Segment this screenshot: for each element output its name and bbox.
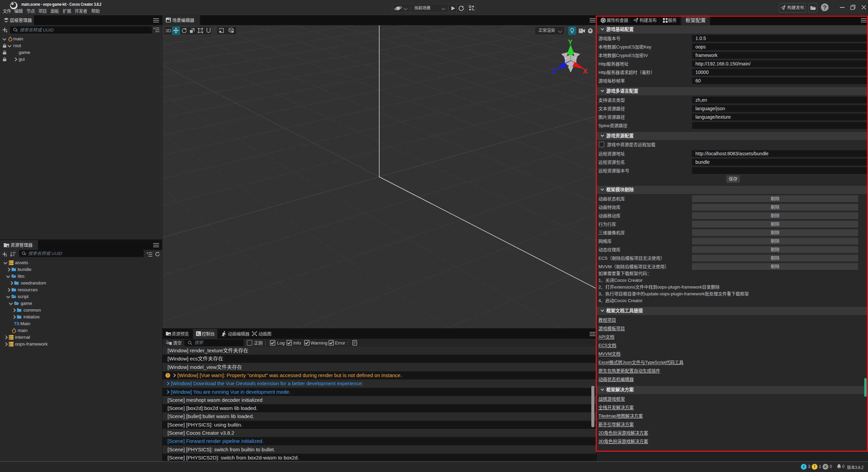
svg-text:X: X (583, 67, 588, 75)
svg-text:Z: Z (552, 67, 556, 75)
svg-text:Y: Y (568, 38, 573, 46)
svg-text:?: ? (823, 4, 826, 11)
